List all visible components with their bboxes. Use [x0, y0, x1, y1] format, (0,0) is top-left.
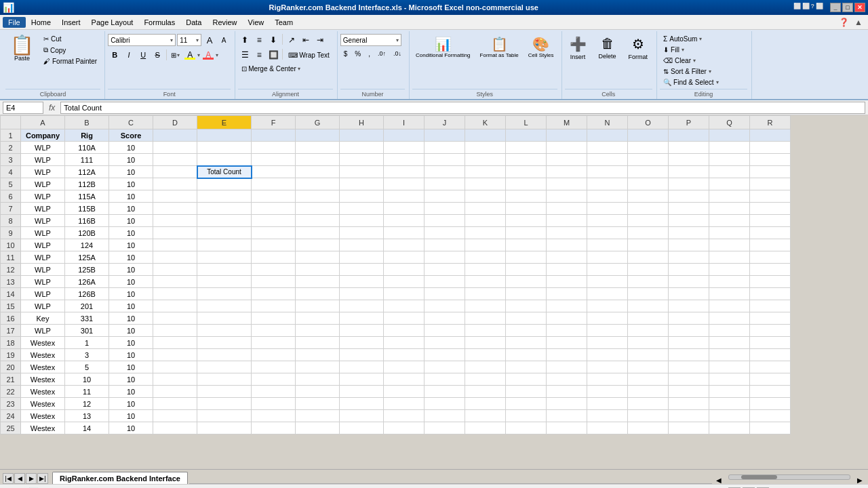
cell-b19[interactable]: 3 — [65, 349, 109, 361]
cell-o25[interactable] — [628, 422, 669, 434]
cell-c3[interactable]: 10 — [109, 154, 153, 166]
cell-f3[interactable] — [252, 154, 296, 166]
cell-o14[interactable] — [628, 288, 669, 300]
cell-e7[interactable] — [197, 203, 252, 215]
wrap-text-button[interactable]: ⌨ Wrap Text — [285, 49, 333, 61]
cell-e12[interactable] — [197, 264, 252, 276]
cell-m7[interactable] — [547, 203, 587, 215]
cell-p17[interactable] — [669, 325, 709, 337]
indent-decrease-button[interactable]: ⇤ — [299, 34, 313, 46]
italic-button[interactable]: I — [122, 49, 136, 61]
cell-h10[interactable] — [340, 239, 384, 251]
col-header-f[interactable]: F — [252, 116, 296, 129]
cell-a6[interactable]: WLP — [21, 190, 65, 203]
cell-o2[interactable] — [628, 142, 669, 154]
cell-l13[interactable] — [506, 276, 547, 288]
cell-m17[interactable] — [547, 325, 587, 337]
cell-f15[interactable] — [252, 300, 296, 312]
cell-e2[interactable] — [197, 142, 252, 154]
minimize-button[interactable]: _ — [830, 3, 841, 12]
cell-d21[interactable] — [153, 373, 197, 386]
name-box[interactable]: E4 — [3, 102, 43, 114]
cell-n25[interactable] — [587, 422, 628, 434]
cell-p2[interactable] — [669, 142, 709, 154]
row-header[interactable]: 2 — [1, 142, 21, 154]
cell-p24[interactable] — [669, 410, 709, 422]
cell-f10[interactable] — [252, 239, 296, 251]
cell-o11[interactable] — [628, 251, 669, 264]
cell-k7[interactable] — [465, 203, 506, 215]
cell-c12[interactable]: 10 — [109, 264, 153, 276]
cell-l24[interactable] — [506, 410, 547, 422]
row-header[interactable]: 12 — [1, 264, 21, 276]
insert-cell-button[interactable]: ➕ Insert — [565, 34, 591, 62]
cell-g2[interactable] — [296, 142, 340, 154]
cell-r5[interactable] — [750, 178, 791, 190]
cell-r10[interactable] — [750, 239, 791, 251]
cell-header-n[interactable] — [587, 129, 628, 142]
cell-g22[interactable] — [296, 386, 340, 398]
cell-k15[interactable] — [465, 300, 506, 312]
cell-o17[interactable] — [628, 325, 669, 337]
cell-n10[interactable] — [587, 239, 628, 251]
cell-p12[interactable] — [669, 264, 709, 276]
format-painter-button[interactable]: 🖌 Format Painter — [40, 56, 100, 66]
cell-b18[interactable]: 1 — [65, 337, 109, 349]
top-align-button[interactable]: ⬆ — [238, 34, 252, 46]
border-button[interactable]: ⊞ ▾ — [169, 50, 182, 60]
font-color-dropdown[interactable]: ▾ — [216, 52, 218, 58]
tab-next-button[interactable]: ▶ — [26, 473, 37, 484]
decrease-font-button[interactable]: A — [217, 34, 231, 46]
cell-n12[interactable] — [587, 264, 628, 276]
cell-l22[interactable] — [506, 386, 547, 398]
cell-j24[interactable] — [425, 410, 465, 422]
cell-r21[interactable] — [750, 373, 791, 386]
row-header[interactable]: 9 — [1, 227, 21, 239]
cell-p4[interactable] — [669, 166, 709, 178]
cell-b11[interactable]: 125A — [65, 251, 109, 264]
sheet-scroll-right[interactable]: ▶ — [854, 476, 865, 484]
cell-n13[interactable] — [587, 276, 628, 288]
cell-q16[interactable] — [709, 312, 750, 325]
cell-d19[interactable] — [153, 349, 197, 361]
cell-c6[interactable]: 10 — [109, 190, 153, 203]
cell-j8[interactable] — [425, 215, 465, 227]
cell-r2[interactable] — [750, 142, 791, 154]
col-header-b[interactable]: B — [65, 116, 109, 129]
cell-p10[interactable] — [669, 239, 709, 251]
cell-i5[interactable] — [384, 178, 425, 190]
cell-a5[interactable]: WLP — [21, 178, 65, 190]
cell-header-p[interactable] — [669, 129, 709, 142]
cell-h8[interactable] — [340, 215, 384, 227]
row-header[interactable]: 13 — [1, 276, 21, 288]
cell-p7[interactable] — [669, 203, 709, 215]
cell-h16[interactable] — [340, 312, 384, 325]
cell-r3[interactable] — [750, 154, 791, 166]
cell-o16[interactable] — [628, 312, 669, 325]
cell-e5[interactable] — [197, 178, 252, 190]
cell-q7[interactable] — [709, 203, 750, 215]
cell-a4[interactable]: WLP — [21, 166, 65, 178]
cell-m8[interactable] — [547, 215, 587, 227]
autosum-dropdown[interactable]: ▾ — [699, 36, 702, 42]
row-header[interactable]: 7 — [1, 203, 21, 215]
cell-k21[interactable] — [465, 373, 506, 386]
paste-button[interactable]: 📋 Paste — [5, 34, 39, 66]
menu-home[interactable]: Home — [26, 17, 56, 28]
cell-j15[interactable] — [425, 300, 465, 312]
cell-f22[interactable] — [252, 386, 296, 398]
cell-header-g[interactable] — [296, 129, 340, 142]
autosum-button[interactable]: Σ AutoSum ▾ — [660, 34, 705, 44]
cell-d4[interactable] — [153, 166, 197, 178]
cell-f13[interactable] — [252, 276, 296, 288]
cell-f19[interactable] — [252, 349, 296, 361]
cell-h6[interactable] — [340, 190, 384, 203]
cell-b17[interactable]: 301 — [65, 325, 109, 337]
cell-b13[interactable]: 126A — [65, 276, 109, 288]
cell-j17[interactable] — [425, 325, 465, 337]
cell-r7[interactable] — [750, 203, 791, 215]
cell-l12[interactable] — [506, 264, 547, 276]
cell-f11[interactable] — [252, 251, 296, 264]
cell-q11[interactable] — [709, 251, 750, 264]
row-header[interactable]: 22 — [1, 386, 21, 398]
